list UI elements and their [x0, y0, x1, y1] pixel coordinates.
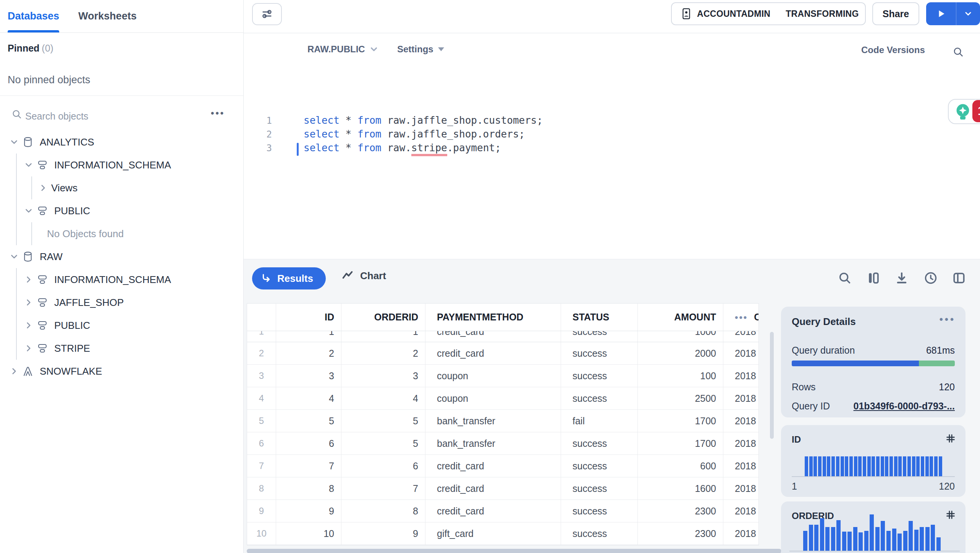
schema-context-selector[interactable]: RAW.PUBLIC: [307, 44, 379, 55]
table-row[interactable]: 10109gift_cardsuccess23002018: [247, 522, 758, 545]
histogram-bar: [836, 520, 841, 551]
columns-icon[interactable]: [866, 271, 881, 285]
tab-chart[interactable]: Chart: [341, 269, 386, 282]
histogram-bar: [886, 531, 891, 551]
query-id-link[interactable]: 01b349f6-0000-d793-...: [854, 401, 955, 412]
chevron-down-icon[interactable]: [9, 252, 19, 262]
tree-item-snowflake[interactable]: SNOWFLAKE: [0, 360, 243, 383]
table-cell: 9: [341, 522, 425, 545]
search-more-icon[interactable]: •••: [211, 108, 225, 118]
table-row[interactable]: 665bank_transfersuccess17002018: [247, 432, 758, 455]
tree-item-jaffle-shop[interactable]: JAFFLE_SHOP: [0, 291, 243, 314]
split-panel-icon[interactable]: [952, 271, 966, 285]
table-row-partial[interactable]: 111credit_cardsuccess10002018: [247, 331, 758, 342]
histogram-bar: [925, 527, 930, 551]
context-role-warehouse-selector[interactable]: ACCOUNTADMIN TRANSFORMING: [671, 2, 866, 25]
editor-settings-menu[interactable]: Settings: [397, 44, 444, 55]
history-icon[interactable]: [923, 271, 938, 285]
download-icon[interactable]: [894, 271, 909, 285]
column-header-orderid[interactable]: ORDERID: [341, 304, 425, 331]
run-options-button[interactable]: [956, 2, 980, 25]
tab-worksheets[interactable]: Worksheets: [78, 0, 137, 32]
tab-databases[interactable]: Databases: [8, 0, 59, 32]
histogram-bar: [903, 456, 906, 476]
tree-item-raw[interactable]: RAW: [0, 245, 243, 268]
table-row[interactable]: 555bank_transferfail17002018: [247, 410, 758, 432]
copilot-count-badge: 1: [972, 100, 980, 122]
column-header-status[interactable]: STATUS: [561, 304, 638, 331]
table-row[interactable]: 887credit_cardsuccess16002018: [247, 477, 758, 500]
query-duration-row: Query duration 681ms: [792, 345, 955, 356]
query-details-title: Query Details: [792, 316, 856, 328]
table-row-partial: [247, 545, 758, 545]
schema-context-label: RAW.PUBLIC: [307, 44, 365, 55]
chevron-down-icon[interactable]: [24, 160, 34, 170]
share-button[interactable]: Share: [872, 2, 919, 25]
tree-item-public[interactable]: PUBLIC: [0, 314, 243, 337]
object-search[interactable]: Search objects •••: [0, 102, 243, 126]
tree-item-views[interactable]: Views: [0, 176, 243, 199]
worksheet-topbar: ACCOUNTADMIN TRANSFORMING Share: [244, 0, 980, 33]
chevron-right-icon[interactable]: [24, 343, 34, 353]
sql-keyword: from: [357, 128, 382, 140]
histogram-bar: [831, 527, 835, 551]
chevron-down-icon[interactable]: [24, 206, 34, 216]
chevron-right-icon[interactable]: [38, 183, 48, 193]
table-cell: 7: [247, 455, 276, 477]
horizontal-scrollbar[interactable]: [247, 549, 781, 553]
tree-item-stripe[interactable]: STRIPE: [0, 337, 243, 360]
table-cell: 4: [341, 387, 425, 409]
results-search-icon[interactable]: [838, 271, 852, 285]
code-versions-link[interactable]: Code Versions: [861, 45, 925, 55]
table-row[interactable]: 111credit_cardsuccess10002018: [247, 331, 758, 342]
tree-item-label: ANALYTICS: [40, 136, 94, 148]
sidebar-tabs: Databases Worksheets: [0, 0, 243, 33]
sql-text: raw.jaffle_shop.orders;: [382, 128, 525, 140]
tree-guide-line: [31, 176, 32, 199]
query-id-row: Query ID 01b349f6-0000-d793-...: [792, 401, 955, 412]
vertical-scrollbar[interactable]: [770, 332, 774, 439]
query-details-menu-icon[interactable]: •••: [940, 314, 956, 325]
tab-results[interactable]: Results: [252, 267, 326, 289]
chevron-right-icon[interactable]: [24, 298, 34, 307]
tree-item-public[interactable]: PUBLIC: [0, 199, 243, 222]
histogram-bar: [925, 456, 929, 476]
table-row[interactable]: 444couponsuccess25002018: [247, 387, 758, 410]
editor-search-icon[interactable]: [953, 46, 964, 58]
tree-item-information-schema[interactable]: INFORMATION_SCHEMA: [0, 268, 243, 291]
column-header-created[interactable]: •••CREATED: [723, 304, 758, 331]
chevron-right-icon[interactable]: [24, 320, 34, 330]
column-header-amount[interactable]: AMOUNT: [638, 304, 723, 331]
table-row[interactable]: 222credit_cardsuccess20002018: [247, 342, 758, 365]
chevron-right-icon[interactable]: [24, 275, 34, 285]
column-header-rownum[interactable]: [247, 304, 276, 331]
id-histogram-baseline: [792, 476, 955, 477]
sql-keyword: from: [357, 142, 382, 154]
table-cell: 600: [638, 455, 723, 477]
tree-item-label: JAFFLE_SHOP: [54, 297, 124, 309]
copilot-suggestion-pill[interactable]: 1: [948, 99, 980, 124]
column-header-paymentmethod[interactable]: PAYMENTMETHOD: [425, 304, 561, 331]
histogram-bar: [912, 456, 915, 476]
column-menu-icon[interactable]: •••: [735, 312, 748, 323]
column-header-label: CREATED: [754, 312, 758, 323]
tree-item-information-schema[interactable]: INFORMATION_SCHEMA: [0, 154, 243, 176]
table-row[interactable]: 998credit_cardsuccess23002018: [247, 500, 758, 522]
chevron-right-icon[interactable]: [9, 366, 19, 376]
worksheet-settings-button[interactable]: [252, 3, 282, 25]
table-cell: success: [561, 342, 638, 364]
run-button[interactable]: [926, 2, 956, 25]
table-row[interactable]: 333couponsuccess1002018: [247, 365, 758, 387]
histogram-bar: [914, 530, 919, 551]
results-grid[interactable]: IDORDERIDPAYMENTMETHODSTATUSAMOUNT•••CRE…: [247, 303, 759, 545]
table-cell: 100: [638, 365, 723, 387]
histogram-bar: [823, 456, 826, 476]
chevron-down-icon[interactable]: [9, 137, 19, 147]
tree-item-analytics[interactable]: ANALYTICS: [0, 131, 243, 154]
line-number: 1: [259, 115, 272, 126]
table-cell: 2018: [723, 477, 758, 500]
histogram-bar: [921, 456, 924, 476]
column-header-id[interactable]: ID: [276, 304, 341, 331]
table-row[interactable]: 776credit_cardsuccess6002018: [247, 455, 758, 477]
sql-editor[interactable]: RAW.PUBLIC Settings Code Versions 1selec…: [244, 33, 980, 259]
